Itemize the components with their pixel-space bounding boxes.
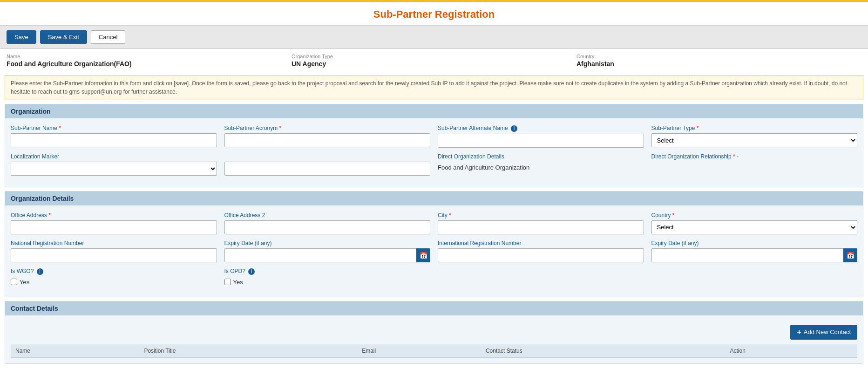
col-name: Name bbox=[11, 344, 139, 358]
country-label: Country * bbox=[651, 212, 858, 219]
intl-reg-label: International Registration Number bbox=[438, 240, 644, 246]
direct-org-details-label: Direct Organization Details bbox=[438, 153, 644, 160]
contact-table-header-row: Name Position Title Email Contact Status… bbox=[11, 344, 857, 358]
header-name-value: Food and Agriculture Organization(FAO) bbox=[7, 60, 292, 68]
org-details-spacer-1 bbox=[438, 268, 644, 286]
contact-section-header: Contact Details bbox=[5, 301, 863, 315]
office-address2-label: Office Address 2 bbox=[224, 212, 431, 219]
is-wgo-yes-label: Yes bbox=[20, 279, 29, 286]
city-input[interactable] bbox=[438, 220, 644, 234]
plus-icon: + bbox=[797, 328, 801, 336]
expiry-date1-input[interactable] bbox=[224, 248, 431, 262]
organization-section-body: Sub-Partner Name * Sub-Partner Acronym *… bbox=[5, 118, 863, 187]
localization-text-group bbox=[224, 153, 431, 176]
is-wgo-group: Is WGO? i Yes bbox=[11, 268, 217, 286]
add-contact-label: Add New Contact bbox=[804, 328, 851, 335]
office-address2-group: Office Address 2 bbox=[224, 212, 431, 234]
alt-name-info-icon[interactable]: i bbox=[511, 125, 517, 132]
is-opd-yes-label: Yes bbox=[233, 279, 243, 286]
col-position-title: Position Title bbox=[139, 344, 357, 358]
contact-section: Contact Details + Add New Contact Name P… bbox=[5, 301, 863, 364]
expiry-date2-calendar-icon[interactable]: 📅 bbox=[843, 248, 857, 262]
city-group: City * bbox=[438, 212, 644, 234]
expiry-date1-group: Expiry Date (if any) 📅 bbox=[224, 240, 431, 262]
organization-section-header: Organization bbox=[5, 104, 863, 118]
organization-section: Organization Sub-Partner Name * Sub-Part… bbox=[5, 104, 863, 187]
expiry-date2-group: Expiry Date (if any) 📅 bbox=[651, 240, 858, 262]
is-opd-info-icon[interactable]: i bbox=[248, 268, 255, 275]
expiry-date2-label: Expiry Date (if any) bbox=[651, 240, 858, 246]
org-details-row-1: Office Address * Office Address 2 City *… bbox=[11, 212, 857, 234]
is-opd-checkbox-group: Yes bbox=[224, 279, 431, 286]
intl-reg-input[interactable] bbox=[438, 248, 644, 262]
national-reg-input[interactable] bbox=[11, 248, 217, 262]
sub-partner-name-group: Sub-Partner Name * bbox=[11, 125, 217, 148]
save-button[interactable]: Save bbox=[7, 30, 36, 44]
intl-reg-group: International Registration Number bbox=[438, 240, 644, 262]
sub-partner-type-label: Sub-Partner Type * bbox=[651, 125, 858, 131]
contact-table-head: Name Position Title Email Contact Status… bbox=[11, 344, 857, 358]
is-opd-checkbox[interactable] bbox=[224, 279, 231, 285]
cancel-button[interactable]: Cancel bbox=[91, 30, 125, 44]
header-org-type-field: Organization Type UN Agency bbox=[292, 54, 576, 68]
direct-org-relationship-suffix: - bbox=[737, 153, 739, 160]
office-address-group: Office Address * bbox=[11, 212, 217, 234]
sub-partner-type-group: Sub-Partner Type * Select bbox=[651, 125, 858, 148]
sub-partner-alt-name-label: Sub-Partner Alternate Name i bbox=[438, 125, 644, 132]
sub-partner-acronym-label: Sub-Partner Acronym * bbox=[224, 125, 431, 131]
sub-partner-name-label: Sub-Partner Name * bbox=[11, 125, 217, 131]
header-name-label: Name bbox=[7, 54, 292, 59]
header-name-field: Name Food and Agriculture Organization(F… bbox=[7, 54, 292, 68]
org-details-section: Organization Details Office Address * Of… bbox=[5, 191, 863, 297]
contact-section-body: + Add New Contact Name Position Title Em… bbox=[5, 315, 863, 363]
city-label: City * bbox=[438, 212, 644, 219]
expiry-date2-wrapper: 📅 bbox=[651, 248, 858, 262]
sub-partner-alt-name-group: Sub-Partner Alternate Name i bbox=[438, 125, 644, 148]
direct-org-details-group: Direct Organization Details Food and Agr… bbox=[438, 153, 644, 176]
is-wgo-checkbox[interactable] bbox=[11, 279, 17, 285]
is-wgo-label: Is WGO? i bbox=[11, 268, 217, 275]
is-opd-group: Is OPD? i Yes bbox=[224, 268, 431, 286]
header-country-value: Afghanistan bbox=[576, 60, 861, 68]
national-reg-group: National Registration Number bbox=[11, 240, 217, 262]
sub-partner-type-select[interactable]: Select bbox=[651, 133, 858, 147]
localization-marker-group: Localization Marker bbox=[11, 153, 217, 176]
org-details-row-3: Is WGO? i Yes Is OPD? i Yes bbox=[11, 268, 857, 286]
country-select[interactable]: Select bbox=[651, 220, 858, 234]
contact-table: Name Position Title Email Contact Status… bbox=[11, 344, 857, 358]
org-row-2: Localization Marker Direct Organization … bbox=[11, 153, 857, 176]
org-details-row-2: National Registration Number Expiry Date… bbox=[11, 240, 857, 262]
office-address-input[interactable] bbox=[11, 220, 217, 234]
page-title: Sub-Partner Registration bbox=[0, 2, 868, 25]
col-email: Email bbox=[357, 344, 481, 358]
header-country-field: Country Afghanistan bbox=[576, 54, 861, 68]
col-contact-status: Contact Status bbox=[481, 344, 726, 358]
expiry-date2-input[interactable] bbox=[651, 248, 858, 262]
sub-partner-acronym-input[interactable] bbox=[224, 133, 431, 147]
expiry-date1-calendar-icon[interactable]: 📅 bbox=[416, 248, 430, 262]
save-exit-button[interactable]: Save & Exit bbox=[40, 30, 87, 44]
is-opd-label: Is OPD? i bbox=[224, 268, 431, 275]
org-details-section-body: Office Address * Office Address 2 City *… bbox=[5, 205, 863, 297]
country-group: Country * Select bbox=[651, 212, 858, 234]
is-wgo-info-icon[interactable]: i bbox=[37, 268, 43, 275]
sub-partner-acronym-group: Sub-Partner Acronym * bbox=[224, 125, 431, 148]
header-country-label: Country bbox=[576, 54, 861, 59]
direct-org-relationship-group: Direct Organization Relationship * - bbox=[651, 153, 858, 176]
sub-partner-name-input[interactable] bbox=[11, 133, 217, 147]
add-contact-button[interactable]: + Add New Contact bbox=[790, 325, 857, 340]
office-address-label: Office Address * bbox=[11, 212, 217, 219]
header-org-type-value: UN Agency bbox=[292, 60, 576, 68]
direct-org-details-value: Food and Agriculture Organization bbox=[438, 162, 644, 173]
col-action: Action bbox=[725, 344, 857, 358]
office-address2-input[interactable] bbox=[224, 220, 431, 234]
localization-marker-select[interactable] bbox=[11, 162, 217, 176]
sub-partner-alt-name-input[interactable] bbox=[438, 134, 644, 148]
direct-org-relationship-label: Direct Organization Relationship * - bbox=[651, 153, 858, 160]
localization-text-input[interactable] bbox=[224, 162, 431, 176]
expiry-date1-wrapper: 📅 bbox=[224, 248, 431, 262]
is-wgo-checkbox-group: Yes bbox=[11, 279, 217, 286]
add-contact-row: + Add New Contact bbox=[11, 322, 857, 342]
expiry-date1-label: Expiry Date (if any) bbox=[224, 240, 431, 246]
header-org-type-label: Organization Type bbox=[292, 54, 576, 59]
